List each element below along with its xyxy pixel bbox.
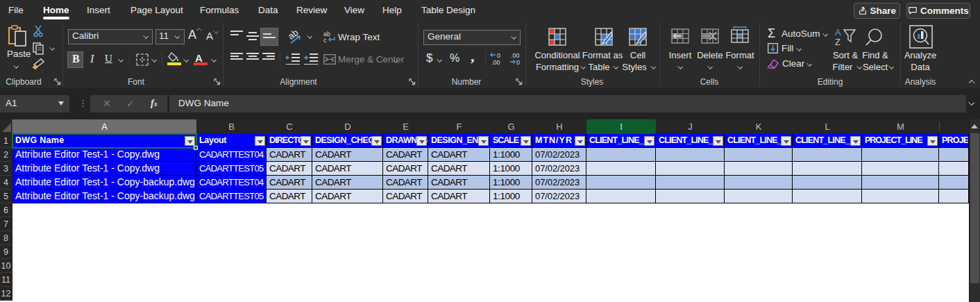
svg-text:Z: Z: [835, 37, 840, 47]
svg-text:0: 0: [497, 52, 500, 59]
svg-text:A: A: [835, 28, 841, 37]
svg-text:c: c: [323, 37, 327, 43]
svg-text:.00: .00: [511, 52, 520, 59]
svg-text:0: 0: [516, 59, 520, 65]
svg-text:.00: .00: [491, 59, 500, 65]
